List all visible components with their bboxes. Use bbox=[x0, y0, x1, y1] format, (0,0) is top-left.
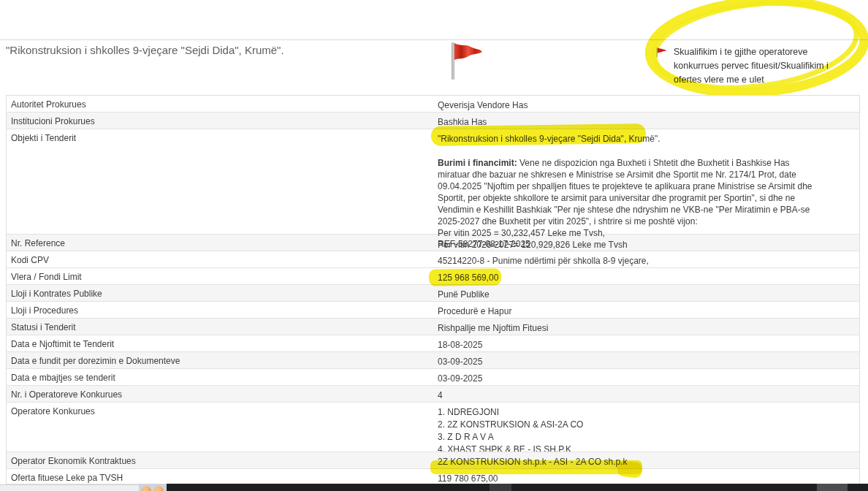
competitor-line: 4. XHAST SHPK & BE - IS SH.P.K bbox=[438, 444, 856, 452]
table-row: Statusi i Tenderit Rishpallje me Njoftim… bbox=[7, 319, 859, 335]
highlighter-stroke-vlera bbox=[429, 268, 501, 286]
dark-bar-segment bbox=[490, 484, 511, 491]
table-row: Data e mbajtjes se tenderit 03-09-2025 bbox=[7, 369, 859, 386]
highlighter-ellipse bbox=[642, 0, 868, 98]
row-label: Operatore Konkurues bbox=[7, 403, 438, 452]
bottom-dark-bar bbox=[167, 484, 868, 491]
table-row: Kodi CPV 45214220-8 - Punime ndërtimi pë… bbox=[7, 251, 859, 268]
table-row: Institucioni Prokurues Bashkia Has bbox=[7, 113, 859, 129]
row-label: Lloji i Procedures bbox=[7, 302, 438, 318]
row-label: Autoritet Prokurues bbox=[7, 96, 438, 112]
row-label: Data e mbajtjes se tenderit bbox=[7, 369, 438, 385]
row-value: 18-08-2025 bbox=[438, 335, 859, 351]
table-row: Lloji i Kontrates Publike Punë Publike bbox=[7, 285, 859, 302]
dark-bar-segment bbox=[817, 484, 848, 491]
competitor-line: 3. Z D R A V A bbox=[438, 431, 856, 444]
row-label: Nr. Reference bbox=[7, 235, 438, 251]
row-label: Objekti i Tenderit bbox=[7, 129, 438, 234]
row-label: Nr. i Operatoreve Konkurues bbox=[7, 386, 438, 402]
orange-circle bbox=[153, 486, 164, 491]
row-value: REF-58277-08-17-2025 bbox=[438, 235, 859, 251]
highlighter-stroke-operator bbox=[430, 460, 642, 474]
table-row: Data e Njoftimit te Tenderit 18-08-2025 bbox=[7, 335, 859, 352]
row-value: Procedurë e Hapur bbox=[438, 302, 859, 318]
partial-thumbnail-image bbox=[139, 484, 167, 491]
orange-circle bbox=[141, 486, 151, 491]
row-label: Data e Njoftimit te Tenderit bbox=[7, 335, 438, 351]
row-label: Data e fundit per dorezimin e Dokumentev… bbox=[7, 352, 438, 368]
row-label: Statusi i Tenderit bbox=[7, 319, 438, 335]
row-value: 4 bbox=[438, 386, 859, 402]
red-flag-icon bbox=[447, 41, 487, 82]
row-label: Institucioni Prokurues bbox=[7, 113, 438, 129]
tender-detail-page: { "page": { "title": "\"Rikonstruksion i… bbox=[0, 0, 868, 491]
table-row-operatore: Operatore Konkurues 1. NDREGJONI 2. 2Z K… bbox=[7, 403, 859, 452]
row-value: Punë Publike bbox=[438, 285, 859, 301]
table-row: Autoritet Prokurues Qeverisja Vendore Ha… bbox=[7, 96, 859, 113]
table-row: Nr. i Operatoreve Konkurues 4 bbox=[7, 386, 859, 403]
funding-label: Burimi i financimit: bbox=[438, 158, 517, 168]
row-value: 45214220-8 - Punime ndërtimi për shkolla… bbox=[438, 251, 859, 267]
row-value: 1. NDREGJONI 2. 2Z KONSTRUKSION & ASI-2A… bbox=[438, 403, 859, 452]
competitor-line: 2. 2Z KONSTRUKSION & ASI-2A CO bbox=[438, 419, 856, 431]
tender-detail-table: Autoritet Prokurues Qeverisja Vendore Ha… bbox=[6, 95, 860, 484]
row-value: 03-09-2025 bbox=[438, 369, 859, 385]
highlighter-stroke-objekti bbox=[431, 123, 646, 146]
bottom-page-strip bbox=[0, 484, 139, 491]
row-value: 03-09-2025 bbox=[438, 352, 859, 368]
row-label: Operator Ekonomik Kontraktues bbox=[7, 452, 438, 468]
table-row: Lloji i Procedures Procedurë e Hapur bbox=[7, 302, 859, 319]
row-value: Rishpallje me Njoftim Fituesi bbox=[438, 319, 859, 335]
row-value: Qeverisja Vendore Has bbox=[438, 96, 859, 112]
row-label: Lloji i Kontrates Publike bbox=[7, 285, 438, 301]
competitor-line: 1. NDREGJONI bbox=[438, 406, 856, 419]
table-row-objekti: Objekti i Tenderit "Rikonstruksion i shk… bbox=[7, 129, 859, 235]
table-row: Data e fundit per dorezimin e Dokumentev… bbox=[7, 352, 859, 369]
row-label: Vlera / Fondi Limit bbox=[7, 268, 438, 284]
table-row: Nr. Reference REF-58277-08-17-2025 bbox=[7, 235, 859, 251]
row-label: Oferta fituese Leke pa TVSH bbox=[7, 469, 438, 484]
highlighter-stroke-operator-end bbox=[617, 460, 643, 478]
funding-text: Vene ne dispozicion nga Buxheti i Shteti… bbox=[438, 158, 812, 227]
row-label: Kodi CPV bbox=[7, 251, 438, 267]
page-title: "Rikonstruksion i shkolles 9-vjeçare "Se… bbox=[6, 44, 284, 56]
